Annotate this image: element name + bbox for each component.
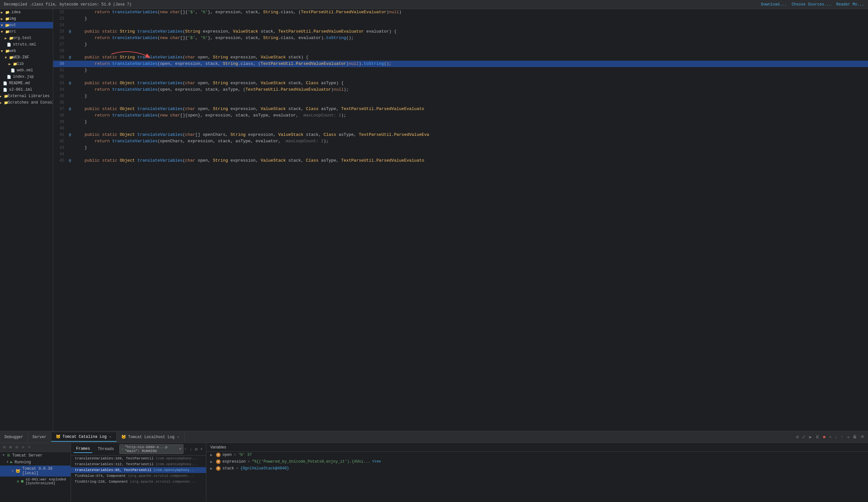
- line-content: return translateVariables(new char[]{'$'…: [73, 35, 868, 41]
- pause-icon[interactable]: ⏸: [815, 434, 820, 440]
- sidebar-item-ext-libs[interactable]: ▶ 📁 External Libraries: [0, 93, 53, 99]
- view-link[interactable]: View: [372, 459, 381, 463]
- settings-icon[interactable]: ⚙: [795, 433, 799, 440]
- folder-icon: ▼ 📁: [7, 55, 12, 60]
- panel-tabs: Debugger Server 🐱 Tomcat Catalina Log ✕ …: [0, 432, 793, 442]
- watch-icon[interactable]: 👁: [860, 434, 866, 440]
- collapse-all-btn[interactable]: ⊟: [2, 444, 7, 450]
- sidebar-item-out[interactable]: ▼ 📂 out: [0, 22, 53, 28]
- code-line-40: 40: [53, 125, 868, 132]
- code-line-35: 35 }: [53, 93, 868, 99]
- sidebar-item-idea[interactable]: ▶ 📁 .idea: [0, 9, 53, 16]
- threads-tab[interactable]: Threads: [95, 445, 116, 453]
- folder-icon: ▶ 📁: [2, 16, 8, 21]
- sidebar-item-lib[interactable]: ▶ 📁 lib: [0, 61, 53, 67]
- run-to-cursor-icon[interactable]: ⇥: [846, 433, 850, 440]
- var-item-open[interactable]: ▶ o open = '%' 37: [206, 452, 868, 459]
- sidebar-item-label: External Libraries: [8, 94, 50, 99]
- expand-icon[interactable]: ⤢: [801, 433, 806, 440]
- step-out-icon[interactable]: ↑: [840, 434, 844, 440]
- resume-icon[interactable]: ▶: [808, 433, 812, 440]
- filter-frames-btn[interactable]: ⊟: [194, 446, 198, 453]
- folder-icon: ▶ 📁: [1, 100, 7, 105]
- step-over-icon[interactable]: ↷: [828, 433, 832, 440]
- line-gutter: [67, 151, 73, 157]
- line-number: 35: [53, 93, 67, 99]
- line-gutter: [67, 16, 73, 22]
- tab-debugger[interactable]: Debugger: [0, 432, 28, 442]
- frame-item-2[interactable]: translateVariables:112, TextParseUtil (c…: [71, 461, 206, 467]
- download-link[interactable]: Download...: [761, 2, 786, 7]
- tab-tomcat-localhost[interactable]: 🐱 Tomcat Localhost Log ✕: [117, 432, 185, 442]
- sidebar-item-web[interactable]: ▼ 📁 web: [0, 48, 53, 54]
- choose-sources-link[interactable]: Choose Sources...: [792, 2, 831, 7]
- code-line-32: 32: [53, 73, 868, 80]
- var-name-stack: stack: [223, 466, 234, 471]
- sidebar-item-iml[interactable]: 📄 s2-061.iml: [0, 86, 53, 93]
- sidebar-item-indexjsp[interactable]: 📄 index.jsp: [0, 73, 53, 80]
- line-number: 43: [53, 144, 67, 151]
- sidebar-item-org-test[interactable]: ▶ 📁 org.test: [0, 35, 53, 41]
- sidebar-item-struts-xml[interactable]: 📄 struts.xml: [0, 41, 53, 48]
- line-gutter: [67, 48, 73, 54]
- add-btn[interactable]: +: [27, 444, 32, 450]
- group-btn[interactable]: ⊡: [14, 444, 19, 450]
- tab-localhost-close[interactable]: ✕: [176, 435, 180, 439]
- service-item-tomcat-local[interactable]: ▼ 🐱 Tomcat 9.0.38 [local]: [0, 465, 71, 477]
- sidebar-item-readme[interactable]: 📄 README.md: [0, 80, 53, 86]
- frame-item-3[interactable]: translateVariables:85, TextParseUtil (co…: [71, 467, 206, 473]
- line-content: return translateVariables(new char[]{'$'…: [73, 9, 868, 16]
- var-eq: =: [248, 459, 250, 464]
- sidebar-item-label: org.test: [13, 36, 32, 40]
- code-line-34: 34 return translateVariables(open, expre…: [53, 86, 868, 93]
- sidebar-item-webinf[interactable]: ▼ 📁 WEB-INF: [0, 54, 53, 61]
- code-line-38: 38 return translateVariables(new char[]{…: [53, 112, 868, 119]
- frame-item-1[interactable]: translateVariables:169, TextParseUtil (c…: [71, 455, 206, 461]
- folder-icon: ▼ 📁: [2, 48, 8, 53]
- add-frame-btn[interactable]: +: [199, 446, 204, 453]
- sidebar-item-label: src: [9, 29, 16, 34]
- line-gutter: @: [67, 28, 73, 35]
- tree-btn[interactable]: ≡: [21, 444, 25, 450]
- frames-tab[interactable]: Frames: [73, 445, 93, 453]
- xml-icon: 📄: [10, 68, 16, 73]
- thread-selector[interactable]: ✓ "http-nio-8080-e...p "main": RUNNING ▼: [119, 444, 184, 454]
- reader-mode-link[interactable]: Reader Mo...: [836, 2, 864, 7]
- filter-btn[interactable]: ⊞: [8, 444, 13, 450]
- top-bar-actions: Download... Choose Sources... Reader Mo.…: [761, 2, 864, 7]
- line-content: public static Object translateVariables(…: [73, 80, 868, 86]
- sidebar-item-scratches[interactable]: ▶ 📁 Scratches and Console: [0, 99, 53, 106]
- tab-server[interactable]: Server: [28, 432, 51, 442]
- tab-tomcat-catalina[interactable]: 🐱 Tomcat Catalina Log ✕: [51, 432, 117, 442]
- sidebar-item-webxml[interactable]: 📄 web.xml: [0, 67, 53, 73]
- folder-icon: ▶ 📁: [10, 61, 16, 66]
- sidebar-item-src[interactable]: ▼ 📁 src: [0, 28, 53, 35]
- code-line-30: 30 return translateVariables(open, expre…: [53, 61, 868, 67]
- line-number: 23: [53, 16, 67, 22]
- var-item-expression[interactable]: ▶ o expression = "%{('Powered_by_Unicode…: [206, 459, 868, 465]
- service-item-war[interactable]: ⚙ s2-061:war exploded [Synchronized]: [0, 477, 71, 486]
- sidebar-item-label: .idea: [9, 10, 21, 14]
- folder-open-icon: ▼ 📂: [2, 23, 8, 28]
- down-btn[interactable]: ↓: [189, 446, 193, 453]
- evaluate-icon[interactable]: 🖩: [852, 434, 858, 440]
- stop-icon[interactable]: ■: [822, 434, 826, 440]
- line-number: 24: [53, 22, 67, 28]
- up-btn[interactable]: ↑: [184, 446, 187, 453]
- line-gutter: @: [67, 80, 73, 86]
- sidebar-item-img[interactable]: ▶ 📁 img: [0, 16, 53, 22]
- service-item-running[interactable]: ▼ ▶ Running: [0, 459, 71, 465]
- tab-catalina-close[interactable]: ✕: [108, 434, 112, 439]
- var-item-stack[interactable]: ▶ o stack = {OgnlValueStack@4840}: [206, 465, 868, 472]
- service-item-tomcat[interactable]: ▼ 🖥 Tomcat Server: [0, 452, 71, 459]
- code-line-26: 26 return translateVariables(new char[]{…: [53, 35, 868, 41]
- line-number: 36: [53, 99, 67, 106]
- frame-item-5[interactable]: findString:220, Component (org.apache.st…: [71, 479, 206, 484]
- frame-item-4[interactable]: findValue:374, Component (org.apache.str…: [71, 473, 206, 479]
- line-content: return translateVariables(new char[]{ope…: [73, 112, 868, 119]
- frame-method: translateVariables:85, TextParseUtil: [75, 468, 152, 472]
- step-into-icon[interactable]: ↓: [834, 434, 838, 440]
- code-editor[interactable]: 22 return translateVariables(new char[]{…: [53, 9, 868, 431]
- sidebar: ▶ 📁 .idea ▶ 📁 img ▼ 📂 out ▼ 📁 src ▶ 📁 or…: [0, 9, 53, 431]
- line-content: }: [73, 67, 868, 73]
